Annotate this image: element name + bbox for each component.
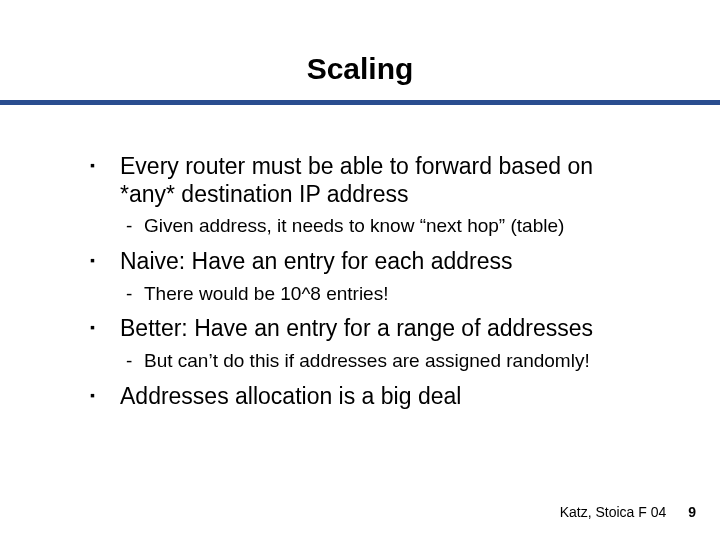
footer-page-number: 9 [688,504,696,520]
bullet-text: Naive: Have an entry for each address [120,248,512,274]
slide-body: Every router must be able to forward bas… [0,105,720,410]
bullet-text: Better: Have an entry for a range of add… [120,315,593,341]
sub-bullet-list: Given address, it needs to know “next ho… [120,214,652,238]
bullet-item: Better: Have an entry for a range of add… [90,315,652,372]
footer-attribution: Katz, Stoica F 04 [560,504,667,520]
slide-footer: Katz, Stoica F 04 9 [560,504,696,520]
slide-title: Scaling [0,0,720,100]
sub-bullet-item: But can’t do this if addresses are assig… [120,349,652,373]
bullet-item: Every router must be able to forward bas… [90,153,652,238]
sub-bullet-item: Given address, it needs to know “next ho… [120,214,652,238]
sub-bullet-text: There would be 10^8 entries! [144,283,388,304]
sub-bullet-list: But can’t do this if addresses are assig… [120,349,652,373]
bullet-text: Every router must be able to forward bas… [120,153,593,207]
bullet-item: Addresses allocation is a big deal [90,383,652,411]
slide: Scaling Every router must be able to for… [0,0,720,540]
sub-bullet-text: Given address, it needs to know “next ho… [144,215,564,236]
sub-bullet-text: But can’t do this if addresses are assig… [144,350,590,371]
sub-bullet-item: There would be 10^8 entries! [120,282,652,306]
sub-bullet-list: There would be 10^8 entries! [120,282,652,306]
bullet-list: Every router must be able to forward bas… [90,153,652,410]
bullet-text: Addresses allocation is a big deal [120,383,461,409]
bullet-item: Naive: Have an entry for each address Th… [90,248,652,305]
